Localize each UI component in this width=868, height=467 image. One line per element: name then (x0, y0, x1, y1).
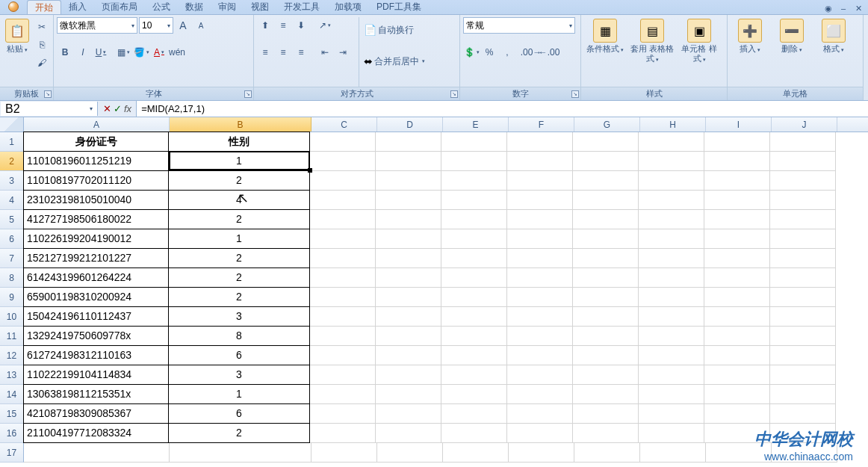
row-header[interactable]: 14 (0, 385, 24, 404)
tab-7[interactable]: 开发工具 (276, 0, 327, 14)
cell[interactable] (704, 132, 770, 152)
cell[interactable] (770, 249, 836, 268)
cell[interactable] (310, 327, 376, 346)
cell[interactable] (507, 385, 573, 404)
cell[interactable] (310, 365, 376, 385)
col-header-D[interactable]: D (377, 117, 443, 132)
row-header[interactable]: 1 (0, 132, 24, 152)
cell[interactable] (639, 229, 704, 249)
cell[interactable] (507, 307, 573, 327)
cell[interactable] (573, 152, 639, 171)
cell[interactable] (376, 132, 441, 152)
cell[interactable] (704, 191, 770, 210)
tab-2[interactable]: 页面布局 (94, 0, 145, 14)
cell[interactable] (507, 365, 573, 385)
cell[interactable] (507, 171, 573, 191)
tab-6[interactable]: 视图 (244, 0, 276, 14)
cell[interactable] (376, 424, 441, 443)
cell[interactable]: 身份证号 (23, 132, 169, 152)
cell[interactable]: 152127199212101227 (23, 248, 169, 268)
align-right-icon[interactable]: ≡ (293, 44, 309, 61)
cell[interactable] (376, 152, 441, 171)
font-size-combo[interactable]: 10▾ (139, 17, 173, 34)
row-header[interactable]: 13 (0, 365, 24, 385)
cell[interactable] (310, 249, 376, 268)
wrap-text-button[interactable]: 📄自动换行 (364, 17, 425, 43)
cell[interactable]: 2 (168, 248, 310, 268)
cell[interactable] (376, 327, 441, 346)
cell[interactable] (441, 132, 507, 152)
border-button[interactable]: ▦ (115, 44, 131, 61)
cell[interactable] (704, 404, 770, 424)
fill-color-button[interactable]: 🪣 (133, 44, 149, 61)
cell[interactable]: 110226199204190012 (23, 229, 169, 249)
cell[interactable] (24, 443, 170, 463)
cell[interactable] (441, 249, 507, 268)
cell[interactable] (507, 288, 573, 307)
cell[interactable]: 412727198506180022 (23, 209, 169, 229)
cell[interactable] (639, 327, 704, 346)
tab-0[interactable]: 开始 (27, 0, 61, 14)
cell[interactable] (770, 152, 836, 171)
italic-button[interactable]: I (75, 44, 91, 61)
cell[interactable] (704, 307, 770, 327)
merge-center-button[interactable]: ⬌合并后居中 (364, 49, 425, 74)
cell[interactable]: 2 (168, 267, 310, 288)
cell[interactable] (704, 268, 770, 288)
cell[interactable] (509, 443, 574, 463)
cell[interactable] (441, 327, 507, 346)
cell[interactable] (507, 404, 573, 424)
spreadsheet-grid[interactable]: ABCDEFGHIJ 1234567891011121314151617 身份证… (0, 117, 868, 463)
cell[interactable]: 2 (168, 423, 310, 443)
cell[interactable] (639, 132, 704, 152)
cell[interactable] (441, 365, 507, 385)
font-dialog-icon[interactable]: ↘ (244, 90, 252, 98)
cell[interactable] (376, 385, 441, 404)
fx-icon[interactable]: fx (124, 103, 131, 114)
cell[interactable] (639, 404, 704, 424)
cell[interactable] (310, 268, 376, 288)
formula-input[interactable]: =MID(A2,17,1) (136, 101, 868, 117)
format-cells-button[interactable]: ⬜格式 (814, 17, 853, 87)
cell[interactable] (704, 424, 770, 443)
cell[interactable] (573, 307, 639, 327)
cell[interactable] (770, 268, 836, 288)
shrink-font-icon[interactable]: A (193, 17, 209, 34)
cell[interactable] (639, 346, 704, 365)
cell[interactable] (507, 249, 573, 268)
tab-4[interactable]: 数据 (178, 0, 211, 14)
cell[interactable] (573, 288, 639, 307)
cell[interactable] (704, 346, 770, 365)
row-header[interactable]: 16 (0, 424, 24, 443)
cell[interactable]: 3 (168, 306, 310, 327)
cell[interactable] (639, 152, 704, 171)
cell[interactable]: 6 (168, 403, 310, 424)
percent-format-icon[interactable]: % (481, 44, 497, 61)
cell[interactable] (573, 424, 639, 443)
cell[interactable] (310, 132, 376, 152)
number-dialog-icon[interactable]: ↘ (571, 90, 579, 98)
cell[interactable] (772, 443, 837, 463)
cell[interactable] (310, 404, 376, 424)
help-icon[interactable]: ◉ (823, 4, 834, 14)
tab-8[interactable]: 加载项 (327, 0, 369, 14)
cell[interactable] (376, 249, 441, 268)
cell[interactable] (573, 229, 639, 249)
alignment-dialog-icon[interactable]: ↘ (450, 90, 458, 98)
copy-icon[interactable]: ⎘ (34, 37, 50, 53)
underline-button[interactable]: U (93, 44, 109, 61)
cell[interactable] (573, 191, 639, 210)
cell[interactable] (441, 424, 507, 443)
cell[interactable] (441, 268, 507, 288)
col-header-G[interactable]: G (574, 117, 640, 132)
cell[interactable] (310, 385, 376, 404)
cell[interactable]: 性别 (168, 132, 310, 152)
cell[interactable]: 4 (168, 190, 310, 210)
cell[interactable] (507, 132, 573, 152)
cell[interactable] (573, 365, 639, 385)
cell[interactable] (704, 288, 770, 307)
increase-decimal-icon[interactable]: .00→ (523, 44, 539, 61)
cell[interactable] (507, 229, 573, 249)
cell[interactable] (507, 191, 573, 210)
cell[interactable] (704, 171, 770, 191)
